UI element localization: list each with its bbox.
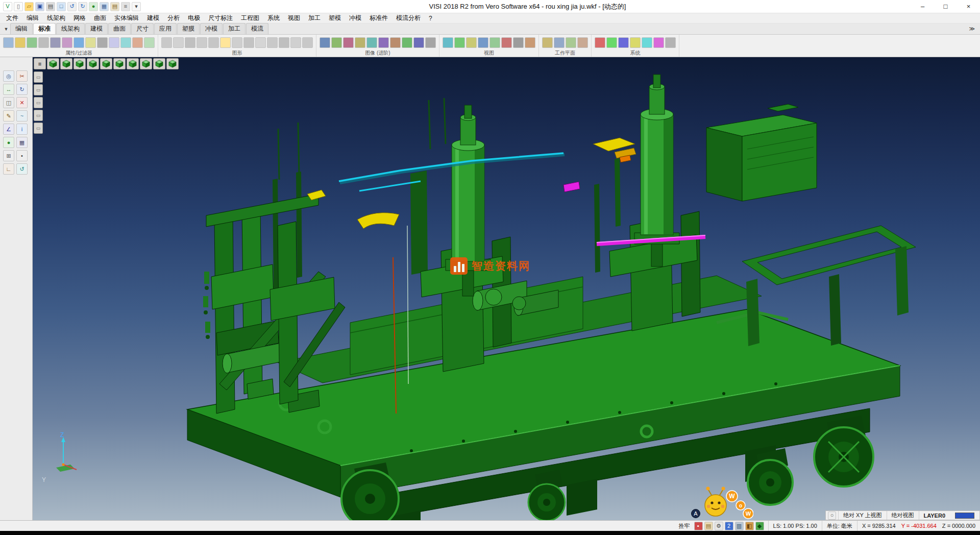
reflection-icon[interactable] [378,37,389,48]
zoom-window-icon[interactable] [454,37,465,48]
shade-toggle-icon[interactable]: ● [3,137,14,148]
tab-surface[interactable]: 曲面 [108,23,131,34]
group-icon[interactable] [74,37,84,48]
shell-icon[interactable] [267,37,278,48]
system-grid-icon[interactable] [606,37,617,48]
extrude-icon[interactable] [220,37,231,48]
active-color-swatch[interactable] [955,513,974,519]
pan-icon[interactable] [466,37,477,48]
menu-item[interactable]: 文件 [2,14,22,22]
magnifier-icon[interactable]: ○ [828,512,836,520]
menu-item[interactable]: 塑模 [325,14,345,22]
filter-settings-icon[interactable] [144,37,155,48]
trim-icon[interactable]: ✂ [16,70,28,82]
material-icon[interactable] [343,37,354,48]
viewport[interactable]: ≡ [33,57,980,520]
thickness-icon[interactable] [50,37,61,48]
menu-item[interactable]: 冲模 [345,14,365,22]
menu-item[interactable]: 标准件 [365,14,392,22]
element-mask-icon[interactable] [62,37,72,48]
tab-machining[interactable]: 加工 [223,23,246,34]
refresh-view-icon[interactable] [525,37,535,48]
shadow-icon[interactable] [366,37,377,48]
view-top-icon[interactable] [60,58,72,69]
save-icon[interactable]: ▣ [35,2,44,11]
menu-item[interactable]: 电极 [184,14,204,22]
system-info-icon[interactable] [665,37,676,48]
box-primitive-icon[interactable] [173,37,184,48]
view-menu-icon[interactable]: ≡ [34,58,46,69]
menu-item[interactable]: 模流分析 [392,14,425,22]
palette-status-icon[interactable]: ◧ [745,522,754,530]
fillet-icon[interactable] [290,37,301,48]
active-layer-label[interactable]: LAYER0 [919,511,950,520]
options-icon[interactable]: ≡ [121,2,130,11]
pin-label[interactable]: 拴牢 [679,522,690,530]
animation-icon[interactable] [413,37,424,48]
maximize-button[interactable]: □ [934,0,957,13]
system-options-icon[interactable] [630,37,641,48]
color-filter-icon[interactable] [15,37,26,48]
menu-item[interactable]: 曲面 [90,14,110,22]
chamfer-icon[interactable] [302,37,313,48]
tab-die[interactable]: 冲模 [200,23,223,34]
sphere-primitive-icon[interactable] [185,37,195,48]
minimize-button[interactable]: – [911,0,934,13]
dimension-icon[interactable]: ∠ [3,124,14,135]
cone-primitive-icon[interactable] [197,37,207,48]
pipe-icon[interactable] [255,37,266,48]
tab-mould[interactable]: 塑膜 [177,23,200,34]
layer-filter-icon[interactable] [27,37,37,48]
curve-edit-icon[interactable]: ~ [16,110,28,121]
render-icon[interactable] [320,37,330,48]
view-right-icon[interactable] [113,58,126,69]
menu-item[interactable]: 编辑 [22,14,43,22]
tab-dropdown-icon[interactable]: ▼ [2,27,10,34]
view-dimetric-icon[interactable] [153,58,165,69]
pager-icon[interactable]: ▭ [34,84,43,95]
visibility-icon[interactable] [85,37,96,48]
workplane-view-icon[interactable] [577,37,588,48]
zoom-all-icon[interactable] [443,37,453,48]
tab-application[interactable]: 应用 [154,23,177,34]
cad-model-canvas[interactable] [33,57,980,520]
pager-icon[interactable]: ▭ [34,97,43,108]
world-icon[interactable]: ● [89,2,98,11]
pager-icon[interactable]: ▭ [34,71,43,83]
blank-icon[interactable] [97,37,108,48]
named-views-icon[interactable] [501,37,512,48]
visi-logo[interactable]: V [3,2,12,11]
mirror-icon[interactable]: ◫ [3,97,14,108]
rotate-icon[interactable]: ↻ [16,84,28,95]
pages-status-icon[interactable]: 2 [725,522,733,530]
unblank-icon[interactable] [109,37,119,48]
system-snap-icon[interactable] [618,37,629,48]
qat-dropdown-icon[interactable]: ▾ [132,2,141,11]
measure-icon[interactable]: ∟ [3,163,14,175]
menu-item[interactable]: 系统 [263,14,284,22]
cube-status-icon[interactable]: ◆ [755,522,764,530]
view-left-icon[interactable] [100,58,112,69]
view-axonometric-icon[interactable] [140,58,152,69]
snapshot-icon[interactable] [402,37,412,48]
selection-filter-icon[interactable] [120,37,131,48]
pager-icon[interactable]: ▭ [34,110,43,121]
print-icon[interactable]: ▤ [46,2,55,11]
close-button[interactable]: × [957,0,980,13]
view-shaded-icon[interactable] [166,58,179,69]
boolean-icon[interactable] [279,37,289,48]
multi-window-icon[interactable] [513,37,524,48]
tab-standard[interactable]: 标准 [33,23,56,34]
tab-edit[interactable]: 编辑 [10,23,33,34]
menu-item[interactable]: 网格 [69,14,90,22]
current-view-label[interactable]: 绝对 XY 上视图 [838,511,887,520]
move-icon[interactable]: ↔ [3,84,14,95]
view-front-icon[interactable] [74,58,86,69]
doc-status-icon[interactable]: ▤ [704,522,713,530]
menu-item[interactable]: 尺寸标注 [204,14,237,22]
tab-flow[interactable]: 模流 [246,23,268,34]
menu-item[interactable]: 视图 [284,14,304,22]
wireframe-icon[interactable]: ▦ [16,137,28,148]
previous-view-icon[interactable] [489,37,500,48]
view-iso-icon[interactable] [47,58,59,69]
